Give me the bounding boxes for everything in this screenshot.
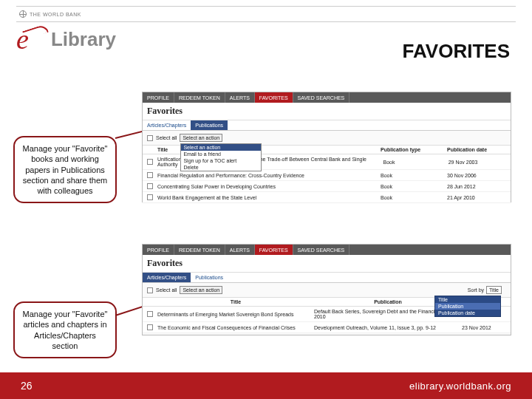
sort-label: Sort by [468,287,484,293]
subtab-publications[interactable]: Publications [191,120,228,130]
subtab-publications[interactable]: Publications [191,273,228,282]
account-tabs: PROFILE REDEEM TOKEN ALERTS FAVORITES SA… [143,245,511,255]
favorites-panel-publications: PROFILE REDEEM TOKEN ALERTS FAVORITES SA… [142,92,511,202]
table-row: The Economic and Fiscal Consequences of … [143,322,511,333]
sort-option[interactable]: Title [435,296,500,303]
row-title[interactable]: Financial Regulation and Performance: Cr… [157,173,381,178]
tab-saved-searches[interactable]: SAVED SEARCHES [293,245,350,255]
tab-alerts[interactable]: ALERTS [225,92,255,103]
row-title[interactable]: Determinants of Emerging Market Sovereig… [157,312,314,317]
row-ptype: Book [381,184,447,189]
account-tabs: PROFILE REDEEM TOKEN ALERTS FAVORITES SA… [143,92,511,103]
row-ptype: Book [381,195,447,200]
page-number: 26 [21,380,33,392]
action-option[interactable]: Email to a friend [181,151,261,157]
select-all-checkbox[interactable] [147,135,153,141]
row-pdate: 28 Jun 2012 [447,184,506,189]
col-title: Title [157,299,314,304]
col-pub-type: Publication type [381,147,447,152]
select-all-checkbox[interactable] [147,287,153,293]
sort-select-menu: Title Publication Publication date [434,296,501,317]
action-option[interactable]: Delete [181,164,261,171]
row-title[interactable]: World Bank Engagement at the State Level [157,195,381,200]
tab-favorites[interactable]: FAVORITES [255,92,293,103]
tab-profile[interactable]: PROFILE [143,92,174,103]
org-name: THE WORLD BANK [30,12,81,17]
sort-box: Sort by Title Title Publication Publicat… [468,286,506,294]
row-checkbox[interactable] [147,194,153,200]
row-checkbox[interactable] [147,324,153,330]
favorites-heading: Favorites [143,103,511,120]
action-select[interactable]: Select an action Select an action Email … [180,134,222,142]
action-option[interactable]: Select an action [181,144,261,151]
callout-articles: Manage your "Favorite" articles and chap… [13,301,117,358]
row-checkbox[interactable] [147,159,153,165]
org-topbar: THE WORLD BANK [16,6,516,22]
tab-redeem-token[interactable]: REDEEM TOKEN [174,92,225,103]
row-pdate: 29 Nov 2003 [449,160,506,165]
globe-icon [19,10,27,18]
slide: THE WORLD BANK e Library FAVORITES Manag… [0,0,532,399]
favorites-heading: Favorites [143,255,511,273]
sort-option[interactable]: Publication [435,303,500,310]
action-select-value: Select an action [183,135,219,140]
table-row: World Bank Engagement at the State Level… [143,192,511,203]
row-pdate: 21 Apr 2010 [447,195,506,200]
logo-library: Library [51,28,116,51]
bulk-tools: Select all Select an action Sort by Titl… [143,283,511,297]
col-pub-date: Publication date [447,147,506,152]
table-row: Concentrating Solar Power in Developing … [143,181,511,192]
sort-select[interactable]: Title Title Publication Publication date [486,286,502,294]
tab-alerts[interactable]: ALERTS [225,245,255,255]
favorites-subtabs: Articles/Chapters Publications [143,273,511,283]
tab-redeem-token[interactable]: REDEEM TOKEN [174,245,225,255]
site-url: elibrary.worldbank.org [409,381,511,392]
action-option[interactable]: Sign up for a TOC alert [181,157,261,164]
row-publication: Development Outreach, Volume 11, Issue 3… [314,325,462,330]
select-all-label: Select all [156,135,177,140]
action-select-value: Select an action [183,287,219,293]
subtab-articles-chapters[interactable]: Articles/Chapters [143,120,191,130]
select-all-label: Select all [156,287,177,293]
page-title: FAVORITES [403,40,510,63]
sort-select-value: Title [489,287,499,293]
row-pdate: 30 Nov 2006 [447,173,506,178]
table-row: Financial Regulation and Performance: Cr… [143,170,511,181]
sort-option[interactable]: Publication date [435,310,500,316]
row-checkbox[interactable] [147,183,153,189]
tab-profile[interactable]: PROFILE [143,245,174,255]
favorites-subtabs: Articles/Chapters Publications [143,120,511,131]
tab-saved-searches[interactable]: SAVED SEARCHES [293,92,350,103]
row-title[interactable]: The Economic and Fiscal Consequences of … [157,325,314,330]
slide-footer: 26 elibrary.worldbank.org [0,372,532,399]
row-title[interactable]: Concentrating Solar Power in Developing … [157,184,381,189]
favorites-panel-articles: PROFILE REDEEM TOKEN ALERTS FAVORITES SA… [142,244,511,335]
action-select-menu: Select an action Email to a friend Sign … [180,143,262,171]
callout-publications: Manage your "Favorite" books and working… [13,136,117,203]
subtab-articles-chapters[interactable]: Articles/Chapters [143,273,191,282]
row-date: 23 Nov 2012 [462,325,506,330]
row-ptype: Book [383,160,449,165]
action-select[interactable]: Select an action [180,286,222,294]
row-checkbox[interactable] [147,172,153,178]
tab-favorites[interactable]: FAVORITES [255,245,293,255]
bulk-tools: Select all Select an action Select an ac… [143,131,511,145]
elibrary-logo: e Library [16,25,116,53]
row-ptype: Book [381,173,447,178]
row-checkbox[interactable] [147,311,153,317]
